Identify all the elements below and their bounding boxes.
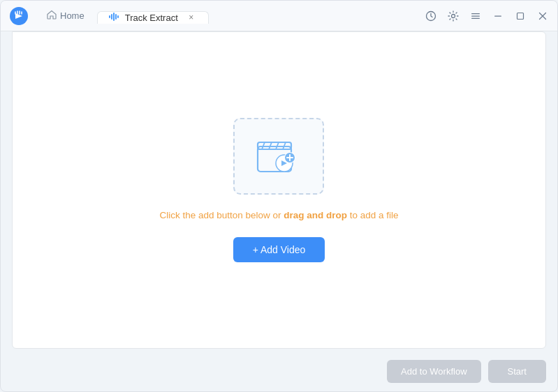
- drop-hint-text: Click the add button below or drag and d…: [159, 209, 398, 223]
- tabs-area: Track Extract ×: [97, 8, 425, 24]
- main-content: Click the add button below or drag and d…: [12, 31, 546, 349]
- menu-icon[interactable]: [469, 10, 482, 22]
- svg-rect-11: [494, 15, 501, 16]
- window-controls: [425, 10, 549, 22]
- svg-rect-5: [117, 15, 119, 18]
- add-to-workflow-button[interactable]: Add to Workflow: [387, 360, 480, 383]
- close-window-icon[interactable]: [536, 10, 549, 22]
- drop-box: [233, 118, 324, 195]
- history-icon[interactable]: [425, 10, 437, 22]
- svg-rect-3: [113, 13, 115, 21]
- svg-rect-9: [471, 15, 480, 16]
- tab-close-button[interactable]: ×: [186, 12, 197, 23]
- maximize-icon[interactable]: [514, 10, 527, 22]
- home-nav[interactable]: Home: [40, 6, 91, 26]
- drop-hint-drag: drag and drop: [284, 210, 347, 220]
- home-icon: [47, 10, 57, 22]
- svg-rect-8: [471, 13, 480, 14]
- drop-zone: Click the add button below or drag and d…: [159, 118, 398, 262]
- drop-hint-click: Click: [159, 210, 182, 220]
- settings-icon[interactable]: [447, 10, 460, 22]
- svg-rect-1: [109, 15, 110, 18]
- add-video-button[interactable]: + Add Video: [233, 237, 325, 262]
- minimize-icon[interactable]: [492, 10, 504, 22]
- titlebar: Home Track Extract ×: [1, 1, 557, 31]
- svg-rect-10: [471, 17, 480, 18]
- start-button[interactable]: Start: [488, 360, 546, 383]
- svg-rect-4: [115, 14, 117, 20]
- bottom-bar: Add to Workflow Start: [1, 360, 557, 391]
- track-extract-tab[interactable]: Track Extract ×: [97, 11, 209, 24]
- audio-wave-icon: [109, 12, 120, 24]
- svg-point-7: [452, 14, 455, 17]
- tab-label: Track Extract: [125, 13, 178, 23]
- svg-rect-2: [111, 14, 112, 20]
- app-logo: [9, 6, 29, 26]
- svg-rect-12: [517, 13, 524, 19]
- app-window: Home Track Extract ×: [0, 0, 558, 392]
- home-label: Home: [60, 10, 85, 21]
